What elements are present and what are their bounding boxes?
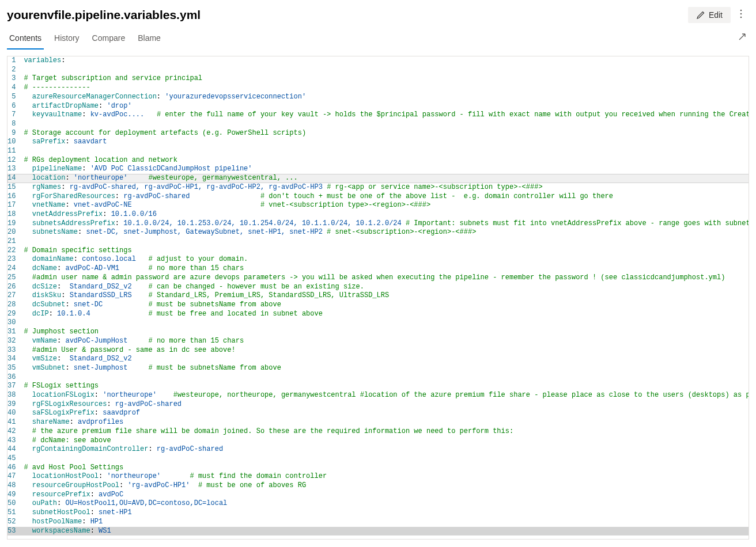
- code-line[interactable]: 15 rgNames: rg-avdPoC-shared, rg-avdPoC-…: [7, 183, 749, 192]
- code-line[interactable]: 2: [7, 66, 749, 75]
- line-content[interactable]: subnetsName: snet-DC, snet-Jumphost, Gat…: [22, 228, 749, 237]
- line-content[interactable]: subnetsAddressPrefix: 10.1.0.0/24, 10.1.…: [22, 219, 749, 229]
- code-line[interactable]: 13 pipelineName: 'AVD PoC ClassicDCandJu…: [7, 165, 749, 174]
- code-editor[interactable]: 1variables:23# Target subscription and s…: [7, 56, 749, 535]
- code-line[interactable]: 41 shareName: avdprofiles: [7, 418, 749, 427]
- line-content[interactable]: # FSLogix settings: [22, 382, 749, 391]
- line-content[interactable]: [22, 373, 749, 382]
- line-content[interactable]: location: 'northeurope' #westeurope, ger…: [22, 174, 749, 183]
- code-line[interactable]: 24 dcName: avdPoC-AD-VM1 # no more than …: [7, 264, 749, 274]
- code-line[interactable]: 40 saFSLogixPrefix: saavdprof: [7, 409, 749, 418]
- code-line[interactable]: 11: [7, 147, 749, 156]
- line-content[interactable]: artifactDropName: 'drop': [22, 102, 749, 111]
- code-line[interactable]: 53 workspacesName: WS1: [7, 527, 749, 536]
- code-line[interactable]: 28 dcSubnet: snet-DC # must be subnetsNa…: [7, 301, 749, 310]
- line-content[interactable]: saPrefix: saavdart: [22, 138, 749, 147]
- line-content[interactable]: vmName: avdPoC-JumpHost # no more than 1…: [22, 337, 749, 346]
- line-content[interactable]: pipelineName: 'AVD PoC ClassicDCandJumpH…: [22, 165, 749, 174]
- line-content[interactable]: # RGs deployment location and network: [22, 156, 749, 165]
- code-line[interactable]: 4# --------------: [7, 83, 749, 93]
- code-line[interactable]: 18 vnetAddressPrefix: 10.1.0.0/16: [7, 210, 749, 219]
- code-line[interactable]: 31# Jumphost section: [7, 328, 749, 337]
- code-line[interactable]: 17 vnetName: vnet-avdPoC-NE # vnet-<subs…: [7, 201, 749, 210]
- line-content[interactable]: # Storage account for deployment artefac…: [22, 129, 749, 138]
- line-content[interactable]: vnetName: vnet-avdPoC-NE # vnet-<subscri…: [22, 201, 749, 210]
- code-line[interactable]: 12# RGs deployment location and network: [7, 156, 749, 165]
- line-content[interactable]: rgNames: rg-avdPoC-shared, rg-avdPoC-HP1…: [22, 183, 749, 192]
- code-line[interactable]: 42 # the azure premium file share will b…: [7, 427, 749, 436]
- line-content[interactable]: resourceGroupHostPool: 'rg-avdPoC-HP1' #…: [22, 481, 749, 491]
- code-line[interactable]: 3# Target subscription and service princ…: [7, 74, 749, 83]
- code-line[interactable]: 5 azureResourceManagerConnection: 'youra…: [7, 93, 749, 102]
- line-content[interactable]: hostPoolName: HP1: [22, 518, 749, 527]
- line-content[interactable]: rgContainingDomainController: rg-avdPoC-…: [22, 445, 749, 454]
- code-line[interactable]: 7 keyvaultname: kv-avdPoc.... # enter th…: [7, 111, 749, 120]
- more-button[interactable]: [735, 6, 747, 24]
- code-line[interactable]: 10 saPrefix: saavdart: [7, 138, 749, 147]
- line-content[interactable]: # --------------: [22, 83, 749, 93]
- line-content[interactable]: keyvaultname: kv-avdPoc.... # enter the …: [22, 111, 749, 120]
- code-line[interactable]: 1variables:: [7, 56, 749, 66]
- code-line[interactable]: 33 #admin User & password - same as in d…: [7, 346, 749, 355]
- code-line[interactable]: 16 rgForSharedResources: rg-avdPoC-share…: [7, 192, 749, 202]
- code-line[interactable]: 29 dcIP: 10.1.0.4 # must be free and loc…: [7, 310, 749, 319]
- line-content[interactable]: locationHostPool: 'northeurope' # must f…: [22, 472, 749, 481]
- code-line[interactable]: 30: [7, 318, 749, 328]
- expand-icon[interactable]: [738, 32, 747, 43]
- code-line[interactable]: 44 rgContainingDomainController: rg-avdP…: [7, 445, 749, 454]
- editor-container[interactable]: 1variables:23# Target subscription and s…: [7, 56, 749, 540]
- code-line[interactable]: 46# avd Host Pool Settings: [7, 464, 749, 473]
- line-content[interactable]: [22, 237, 749, 246]
- line-content[interactable]: dcSubnet: snet-DC # must be subnetsName …: [22, 301, 749, 310]
- code-line[interactable]: 52 hostPoolName: HP1: [7, 518, 749, 527]
- code-line[interactable]: 23 domainName: contoso.local # adjust to…: [7, 255, 749, 264]
- line-content[interactable]: #admin User & password - same as in dc s…: [22, 346, 749, 355]
- line-content[interactable]: rgFSLogixResources: rg-avdPoC-shared: [22, 400, 749, 409]
- code-line[interactable]: 37# FSLogix settings: [7, 382, 749, 391]
- line-content[interactable]: [22, 147, 749, 156]
- code-line[interactable]: 21: [7, 237, 749, 246]
- line-content[interactable]: # dcName: see above: [22, 436, 749, 446]
- line-content[interactable]: [22, 66, 749, 75]
- code-line[interactable]: 9# Storage account for deployment artefa…: [7, 129, 749, 138]
- line-content[interactable]: dcName: avdPoC-AD-VM1 # no more than 15 …: [22, 264, 749, 274]
- line-content[interactable]: dcSize: Standard_DS2_v2 # can be changed…: [22, 283, 749, 292]
- line-content[interactable]: locationFSLogix: 'northeurope' #westeuro…: [22, 391, 749, 400]
- tab-history[interactable]: History: [52, 28, 82, 50]
- line-content[interactable]: # the azure premium file share will be d…: [22, 427, 749, 436]
- code-line[interactable]: 34 vmSize: Standard_DS2_v2: [7, 355, 749, 364]
- code-line[interactable]: 38 locationFSLogix: 'northeurope' #weste…: [7, 391, 749, 400]
- line-content[interactable]: domainName: contoso.local # adjust to yo…: [22, 255, 749, 264]
- line-content[interactable]: resourcePrefix: avdPoC: [22, 491, 749, 500]
- code-line[interactable]: 32 vmName: avdPoC-JumpHost # no more tha…: [7, 337, 749, 346]
- code-line[interactable]: 6 artifactDropName: 'drop': [7, 102, 749, 111]
- line-content[interactable]: [22, 120, 749, 129]
- line-content[interactable]: # Target subscription and service princi…: [22, 74, 749, 83]
- code-line[interactable]: 48 resourceGroupHostPool: 'rg-avdPoC-HP1…: [7, 481, 749, 491]
- line-content[interactable]: dcIP: 10.1.0.4 # must be free and locate…: [22, 310, 749, 319]
- code-line[interactable]: 39 rgFSLogixResources: rg-avdPoC-shared: [7, 400, 749, 409]
- code-line[interactable]: 20 subnetsName: snet-DC, snet-Jumphost, …: [7, 228, 749, 237]
- line-content[interactable]: [22, 454, 749, 464]
- line-content[interactable]: [22, 318, 749, 328]
- code-line[interactable]: 27 diskSku: StandardSSD_LRS # Standard_L…: [7, 291, 749, 301]
- line-content[interactable]: vnetAddressPrefix: 10.1.0.0/16: [22, 210, 749, 219]
- line-content[interactable]: rgForSharedResources: rg-avdPoC-shared #…: [22, 192, 749, 202]
- edit-button[interactable]: Edit: [688, 7, 731, 23]
- line-content[interactable]: shareName: avdprofiles: [22, 418, 749, 427]
- code-line[interactable]: 49 resourcePrefix: avdPoC: [7, 491, 749, 500]
- code-line[interactable]: 14 location: 'northeurope' #westeurope, …: [7, 174, 749, 183]
- code-line[interactable]: 8: [7, 120, 749, 129]
- tab-compare[interactable]: Compare: [90, 28, 128, 50]
- code-line[interactable]: 43 # dcName: see above: [7, 436, 749, 446]
- code-line[interactable]: 26 dcSize: Standard_DS2_v2 # can be chan…: [7, 283, 749, 292]
- line-content[interactable]: # avd Host Pool Settings: [22, 464, 749, 473]
- code-line[interactable]: 50 ouPath: OU=HostPool1,OU=AVD,DC=contos…: [7, 499, 749, 508]
- line-content[interactable]: saFSLogixPrefix: saavdprof: [22, 409, 749, 418]
- line-content[interactable]: vmSize: Standard_DS2_v2: [22, 355, 749, 364]
- code-line[interactable]: 22# Domain specific settings: [7, 246, 749, 256]
- line-content[interactable]: azureResourceManagerConnection: 'yourazu…: [22, 93, 749, 102]
- line-content[interactable]: # Domain specific settings: [22, 246, 749, 256]
- tab-contents[interactable]: Contents: [7, 28, 44, 50]
- code-line[interactable]: 36: [7, 373, 749, 382]
